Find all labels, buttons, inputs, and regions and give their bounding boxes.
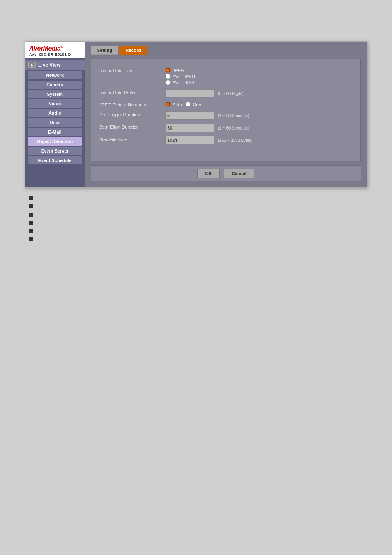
best-effort-duration-row: Best Effort Duration (1 ~ 60 Seconds) — [99, 124, 352, 132]
sidebar-item-user[interactable]: User — [28, 118, 82, 127]
bullets-section — [25, 196, 367, 241]
sidebar-item-object-detection[interactable]: Object Detection — [28, 137, 82, 146]
radio-avi-h264-label: AVI - H264 — [173, 80, 194, 85]
bullet-item-2 — [29, 204, 367, 208]
bullet-square-4 — [29, 221, 33, 225]
radio-avi-jpeg-input[interactable] — [165, 74, 171, 79]
record-file-prefix-controls: (0 ~ 20 Digits) — [165, 89, 244, 97]
bullet-item-6 — [29, 237, 367, 241]
bullet-square-2 — [29, 204, 33, 208]
max-file-size-controls: (256 ~ 3072 Bytes) — [165, 136, 253, 144]
best-effort-duration-label: Best Effort Duration — [99, 124, 165, 130]
radio-one-label: One — [193, 102, 201, 107]
record-file-prefix-input[interactable] — [165, 89, 214, 97]
radio-auto-input[interactable] — [165, 102, 171, 107]
model-label: AVer DIG SR-B0101-D — [29, 53, 81, 57]
jpeg-picture-numbers-label: JPEG Picture Numbers — [99, 102, 165, 107]
pre-trigger-duration-input[interactable] — [165, 111, 214, 120]
bullet-item-1 — [29, 196, 367, 200]
logo-area: AVerMedia® AVer DIG SR-B0101-D — [25, 42, 85, 58]
pre-trigger-duration-hint: (1 ~ 20 Seconds) — [218, 113, 249, 118]
ok-button[interactable]: OK — [197, 169, 220, 178]
sidebar-item-audio[interactable]: Audio — [28, 109, 82, 117]
pre-trigger-duration-label: Pre Trigger Duration — [99, 111, 165, 117]
live-view-label: Live View — [38, 62, 60, 68]
radio-auto-label: Auto — [173, 102, 182, 107]
max-file-size-input[interactable] — [165, 136, 214, 144]
radio-jpeg-input[interactable] — [165, 67, 171, 73]
radio-avi-h264[interactable]: AVI - H264 — [165, 80, 195, 85]
bullet-square-5 — [29, 229, 33, 233]
pre-trigger-duration-controls: (1 ~ 20 Seconds) — [165, 111, 249, 120]
jpeg-picture-numbers-controls: Auto One — [165, 102, 201, 107]
live-view-button[interactable]: ▶ Live View — [25, 60, 85, 70]
bullet-item-4 — [29, 221, 367, 225]
bottom-buttons: OK Cancel — [91, 165, 361, 181]
bullet-square-1 — [29, 196, 33, 200]
sidebar-item-email[interactable]: E-Mail — [28, 128, 82, 136]
radio-jpeg[interactable]: JPEG — [165, 67, 195, 73]
cancel-button[interactable]: Cancel — [224, 169, 254, 178]
best-effort-duration-controls: (1 ~ 60 Seconds) — [165, 124, 249, 132]
bullet-square-6 — [29, 237, 33, 241]
form-panel: Record File Type JPEG AVI - JPEG AVI — [91, 59, 361, 161]
record-file-prefix-hint: (0 ~ 20 Digits) — [218, 91, 244, 96]
max-file-size-hint: (256 ~ 3072 Bytes) — [218, 138, 253, 143]
record-file-prefix-row: Record File Prefix (0 ~ 20 Digits) — [99, 89, 352, 97]
tabs-row: Setting Record — [91, 46, 361, 55]
sidebar-item-camera[interactable]: Camera — [28, 81, 82, 89]
max-file-size-label: Max File Size — [99, 136, 165, 142]
radio-jpeg-label: JPEG — [173, 68, 184, 73]
sidebar-item-video[interactable]: Video — [28, 99, 82, 108]
sidebar-item-event-server[interactable]: Event Server — [28, 147, 82, 155]
radio-auto[interactable]: Auto — [165, 102, 182, 107]
best-effort-duration-hint: (1 ~ 60 Seconds) — [218, 126, 249, 130]
tab-record[interactable]: Record — [119, 46, 147, 55]
sidebar-nav: Network Camera System Video Audio User E… — [25, 71, 85, 164]
bullet-item-5 — [29, 229, 367, 233]
radio-one-input[interactable] — [185, 102, 191, 107]
sidebar-item-event-schedule[interactable]: Event Schedule — [28, 156, 82, 164]
radio-avi-jpeg[interactable]: AVI - JPEG — [165, 74, 195, 79]
pre-trigger-duration-row: Pre Trigger Duration (1 ~ 20 Seconds) — [99, 111, 352, 120]
radio-avi-jpeg-label: AVI - JPEG — [173, 74, 195, 79]
record-file-type-controls: JPEG AVI - JPEG AVI - H264 — [165, 67, 195, 85]
sidebar-item-system[interactable]: System — [28, 90, 82, 98]
max-file-size-row: Max File Size (256 ~ 3072 Bytes) — [99, 136, 352, 144]
bullet-item-3 — [29, 213, 367, 217]
radio-avi-h264-input[interactable] — [165, 80, 171, 85]
record-file-type-row: Record File Type JPEG AVI - JPEG AVI — [99, 67, 352, 85]
best-effort-duration-input[interactable] — [165, 124, 214, 132]
record-file-type-label: Record File Type — [99, 67, 165, 73]
tab-setting[interactable]: Setting — [91, 46, 118, 55]
bullet-square-3 — [29, 213, 33, 217]
sidebar: AVerMedia® AVer DIG SR-B0101-D ▶ Live Vi… — [25, 42, 85, 187]
brand-logo: AVerMedia® — [29, 45, 81, 52]
content-area: Setting Record Record File Type JPEG — [85, 42, 367, 187]
record-file-prefix-label: Record File Prefix — [99, 89, 165, 95]
live-view-icon: ▶ — [28, 62, 36, 68]
jpeg-picture-numbers-row: JPEG Picture Numbers Auto One — [99, 102, 352, 107]
radio-one[interactable]: One — [185, 102, 201, 107]
sidebar-item-network[interactable]: Network — [28, 71, 82, 79]
